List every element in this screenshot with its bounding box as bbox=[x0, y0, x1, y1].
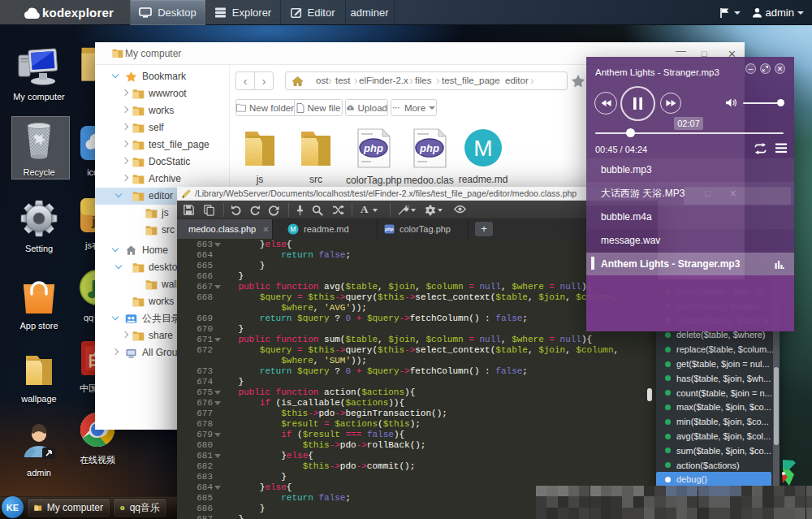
svg-text:php: php bbox=[419, 142, 439, 154]
svg-text:M: M bbox=[473, 136, 492, 161]
svg-text:M: M bbox=[291, 225, 296, 233]
svg-text:php: php bbox=[363, 142, 383, 154]
svg-text:php: php bbox=[384, 227, 394, 231]
